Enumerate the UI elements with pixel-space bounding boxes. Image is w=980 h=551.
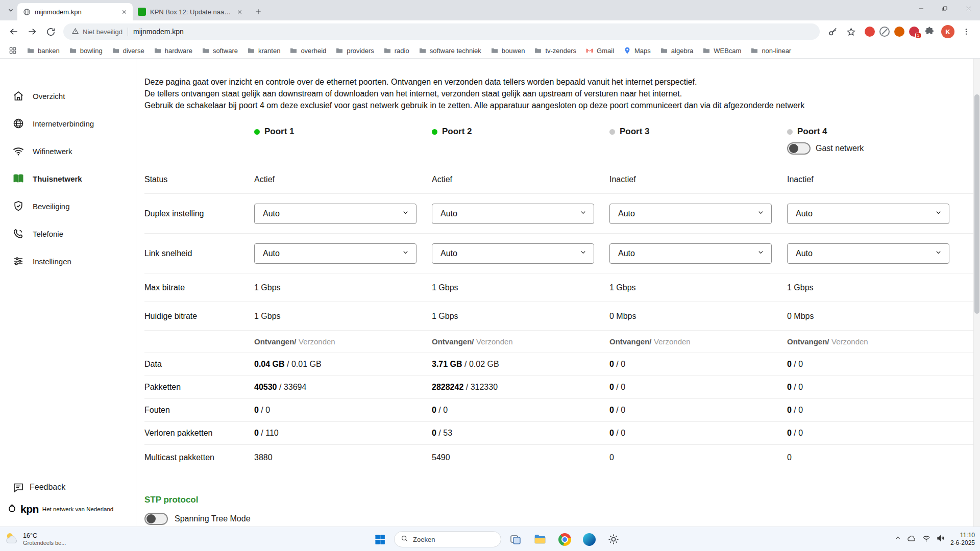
dropdown-duplex-instelling-port-2[interactable]: Auto [432, 204, 594, 224]
bookmarks-list: bankenbowlingdiversehardwaresoftwarekran… [22, 45, 795, 56]
received-value: 0 [787, 360, 792, 368]
sidebar-item-label: Thuisnetwerk [33, 174, 82, 183]
blocker-extension-icon[interactable] [879, 27, 890, 37]
bookmark-diverse[interactable]: diverse [108, 45, 149, 56]
bookmark-bouwen[interactable]: bouwen [486, 45, 529, 56]
taskbar-weather-widget[interactable]: 16°C Grotendeels be... [4, 529, 66, 549]
window-minimize-button[interactable] [910, 0, 933, 17]
duckduckgo-extension-icon[interactable] [894, 27, 904, 37]
bookmark-radio[interactable]: radio [379, 45, 413, 56]
cell-value: 1 Gbps [254, 312, 281, 320]
start-button[interactable] [370, 529, 390, 549]
clock-time: 11:10 [960, 532, 975, 539]
sidebar-item-wifinetwerk[interactable]: Wifinetwerk [0, 137, 136, 165]
port-name: Poort 2 [442, 127, 472, 137]
sent-value: / 0 [792, 406, 803, 414]
guest-network-toggle[interactable] [787, 142, 811, 155]
bookmark-non-linear[interactable]: non-linear [746, 45, 795, 56]
bookmark-hardware[interactable]: hardware [150, 45, 197, 56]
sidebar-item-instellingen[interactable]: Instellingen [0, 247, 136, 275]
dropdown-duplex-instelling-port-1[interactable]: Auto [254, 204, 416, 224]
bookmark-gmail[interactable]: Gmail [581, 45, 618, 56]
window-close-button[interactable] [957, 0, 980, 17]
reload-button[interactable] [42, 23, 59, 40]
bookmark-webcam[interactable]: WEBcam [698, 45, 745, 56]
password-key-icon[interactable] [824, 23, 841, 40]
folder-icon [69, 46, 77, 55]
sidebar-item-beveiliging[interactable]: Beveiliging [0, 192, 136, 220]
sent-value: / 110 [259, 429, 279, 437]
sidebar-item-thuisnetwerk[interactable]: Thuisnetwerk [0, 165, 136, 192]
network-icon[interactable] [922, 534, 931, 545]
bookmark-kranten[interactable]: kranten [243, 45, 284, 56]
security-indicator[interactable]: Niet beveiligd [71, 28, 122, 36]
sidebar-item-internetverbinding[interactable]: Internetverbinding [0, 110, 136, 137]
table-row-fouten: Fouten0 / 00 / 00 / 00 / 0 [144, 399, 980, 422]
profile-avatar[interactable]: K [941, 25, 954, 38]
bookmark-maps[interactable]: Maps [619, 45, 655, 56]
bookmark-software[interactable]: software [198, 45, 242, 56]
extensions-cluster: 1 [865, 26, 934, 38]
received-label: Ontvangen/ [609, 337, 652, 346]
chrome-taskbar-icon[interactable] [554, 529, 575, 549]
bookmark-banken[interactable]: banken [22, 45, 64, 56]
cell-value: 5490 [432, 453, 450, 462]
cell-port-4: Inactief [787, 175, 965, 184]
page-scrollbar[interactable] [973, 59, 980, 527]
taskbar-search-box[interactable]: Zoeken [394, 531, 501, 547]
onedrive-cloud-icon[interactable] [906, 533, 917, 545]
settings-taskbar-icon[interactable] [603, 529, 624, 549]
new-tab-button[interactable] [251, 5, 265, 19]
adblock-extension-icon[interactable] [865, 27, 875, 37]
dropdown-link-snelheid-port-2[interactable]: Auto [432, 243, 594, 264]
sidebar-item-overzicht[interactable]: Overzicht [0, 82, 136, 110]
stp-section: STP protocol Spanning Tree Mode [144, 495, 980, 525]
forward-button[interactable] [23, 23, 41, 40]
kpn-tagline: Het netwerk van Nederland [42, 506, 113, 512]
bookmark-overheid[interactable]: overheid [285, 45, 330, 56]
tab-close-icon[interactable] [235, 8, 244, 16]
tab-search-chevron-icon[interactable] [4, 0, 17, 20]
dropdown-link-snelheid-port-1[interactable]: Auto [254, 243, 416, 264]
bookmark-tv-zenders[interactable]: tv-zenders [530, 45, 580, 56]
clock-date: 2-6-2025 [950, 539, 975, 546]
task-view-button[interactable] [505, 529, 526, 549]
row-label: Link snelheid [144, 249, 254, 258]
bookmark-bowling[interactable]: bowling [65, 45, 107, 56]
received-label: Ontvangen/ [787, 337, 829, 346]
tab-mijnmodem[interactable]: mijnmodem.kpn [17, 3, 133, 20]
dropdown-value: Auto [263, 209, 280, 218]
feedback-button[interactable]: Feedback [0, 474, 136, 500]
tab-close-icon[interactable] [120, 8, 129, 16]
dropdown-duplex-instelling-port-3[interactable]: Auto [609, 204, 772, 224]
dropdown-link-snelheid-port-3[interactable]: Auto [609, 243, 772, 264]
cell-value: 1 Gbps [254, 283, 281, 292]
stp-toggle[interactable] [144, 513, 168, 525]
window-maximize-button[interactable] [933, 0, 957, 17]
taskbar-clock[interactable]: 11:10 2-6-2025 [950, 532, 975, 547]
file-explorer-button[interactable] [530, 529, 550, 549]
cell-port-4: 0 [787, 453, 965, 462]
received-value: 0 [609, 429, 614, 437]
sidebar-item-telefonie[interactable]: Telefonie [0, 220, 136, 247]
address-bar[interactable]: Niet beveiligd mijnmodem.kpn [63, 23, 820, 40]
tray-chevron-icon[interactable] [894, 535, 901, 544]
scrollbar-thumb[interactable] [974, 94, 979, 314]
bookmark-providers[interactable]: providers [331, 45, 378, 56]
cell-value: 0 Mbps [609, 312, 636, 320]
tab-kpn-box[interactable]: KPN Box 12: Update naar KPN [133, 3, 248, 20]
bookmark-algebra[interactable]: algebra [656, 45, 697, 56]
dropdown-duplex-instelling-port-4[interactable]: Auto [787, 204, 949, 224]
bookmark-software-techniek[interactable]: software techniek [414, 45, 485, 56]
extensions-puzzle-icon[interactable] [924, 26, 934, 38]
table-row-status: StatusActiefActiefInactiefInactief [144, 165, 980, 194]
apps-grid-icon[interactable] [6, 44, 19, 57]
bookmark-star-icon[interactable] [842, 23, 860, 40]
browser-menu-icon[interactable] [958, 23, 975, 40]
back-button[interactable] [5, 23, 22, 40]
table-row-huidige-bitrate: Huidige bitrate1 Gbps1 Gbps0 Mbps0 Mbps [144, 302, 980, 331]
badged-extension-icon[interactable]: 1 [909, 27, 919, 37]
edge-taskbar-icon[interactable] [579, 529, 599, 549]
dropdown-link-snelheid-port-4[interactable]: Auto [787, 243, 949, 264]
volume-icon[interactable] [936, 534, 945, 545]
